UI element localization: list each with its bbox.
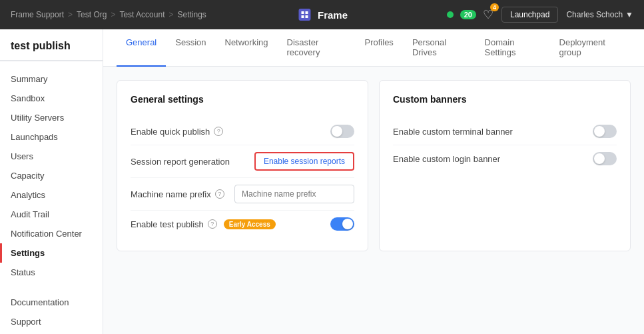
custom-banners-title: Custom banners [393,94,617,105]
sidebar-item-documentation[interactable]: Documentation [0,293,103,312]
sidebar-item-users[interactable]: Users [0,147,103,166]
tab-networking[interactable]: Networking [216,29,278,67]
user-name-label: Charles Schoch [566,10,623,19]
sidebar-item-status[interactable]: Status [0,263,103,282]
sidebar-version: 2.108.4 [0,331,103,334]
machine-name-prefix-label: Machine name prefix ? [131,189,224,199]
notification-bell-area[interactable]: ♡ 4 [483,7,493,22]
header-right: 20 ♡ 4 Launchpad Charles Schoch ▼ [447,7,633,23]
header: Frame Support > Test Org > Test Account … [0,0,644,29]
breadcrumb-settings[interactable]: Settings [178,10,206,19]
tab-session[interactable]: Session [166,29,215,67]
test-publish-help-icon[interactable]: ? [208,219,217,229]
tab-domain-settings[interactable]: Domain Settings [476,29,550,67]
sidebar-item-summary[interactable]: Summary [0,69,103,89]
sidebar-item-notification-center[interactable]: Notification Center [0,224,103,243]
tab-deployment-group[interactable]: Deployment group [550,29,631,67]
sidebar-app-name: test publish [0,40,103,61]
custom-banners-panel: Custom banners Enable custom terminal ba… [379,80,631,251]
svg-rect-4 [305,15,308,18]
status-count-badge: 20 [460,10,476,19]
enable-test-publish-row: Enable test publish ? Early Access [131,211,354,237]
general-settings-panel: General settings Enable quick publish ? … [117,80,368,251]
quick-publish-toggle[interactable] [330,125,354,138]
launchpad-button[interactable]: Launchpad [501,7,558,23]
status-badge-area[interactable]: 20 [460,10,476,19]
enable-test-publish-label: Enable test publish ? Early Access [131,219,276,229]
svg-rect-1 [301,11,304,14]
sidebar-item-launchpads[interactable]: Launchpads [0,127,103,147]
test-publish-toggle[interactable] [330,217,354,231]
app-logo-area: Frame [296,7,348,23]
early-access-badge: Early Access [224,219,276,229]
enable-quick-publish-label: Enable quick publish ? [131,127,223,137]
session-report-label: Session report generation [131,157,230,167]
app-layout: test publish Summary Sandbox Utility Ser… [0,29,644,334]
sidebar-item-sandbox[interactable]: Sandbox [0,89,103,108]
enable-custom-terminal-banner-row: Enable custom terminal banner [393,118,617,145]
machine-name-prefix-row: Machine name prefix ? [131,178,354,211]
sidebar-item-support[interactable]: Support [0,312,103,331]
svg-rect-2 [305,11,308,14]
custom-login-banner-toggle[interactable] [593,152,617,165]
main-content: General Session Networking Disaster reco… [103,29,644,334]
sidebar-item-settings[interactable]: Settings [0,243,103,263]
session-report-generation-row: Session report generation Enable session… [131,145,354,178]
enable-quick-publish-row: Enable quick publish ? [131,118,354,145]
notification-count-badge: 4 [490,3,499,11]
sidebar-item-audit-trail[interactable]: Audit Trail [0,205,103,224]
general-settings-title: General settings [131,94,354,105]
enable-session-reports-button[interactable]: Enable session reports [254,152,354,171]
sidebar: test publish Summary Sandbox Utility Ser… [0,29,103,334]
breadcrumb-test-account[interactable]: Test Account [119,10,164,19]
tab-general[interactable]: General [117,29,166,67]
custom-terminal-banner-toggle[interactable] [593,125,617,138]
sidebar-item-utility-servers[interactable]: Utility Servers [0,108,103,127]
quick-publish-help-icon[interactable]: ? [214,127,223,136]
machine-name-prefix-input[interactable] [234,185,354,203]
enable-custom-terminal-banner-label: Enable custom terminal banner [393,127,513,137]
sidebar-item-analytics[interactable]: Analytics [0,185,103,205]
chevron-down-icon: ▼ [625,10,633,19]
app-title: Frame [318,9,348,21]
enable-custom-login-banner-label: Enable custom login banner [393,154,500,164]
svg-rect-0 [298,9,310,21]
tabs: General Session Networking Disaster reco… [103,29,644,67]
svg-rect-3 [301,15,304,18]
header-icons: 20 ♡ 4 [447,7,493,22]
status-indicator [447,11,454,18]
enable-custom-login-banner-row: Enable custom login banner [393,145,617,172]
panels: General settings Enable quick publish ? … [103,67,644,265]
frame-logo-icon [296,7,312,23]
breadcrumb-frame-support[interactable]: Frame Support [11,10,64,19]
tab-disaster-recovery[interactable]: Disaster recovery [278,29,356,67]
machine-name-help-icon[interactable]: ? [215,189,224,199]
breadcrumb-test-org[interactable]: Test Org [77,10,107,19]
tab-profiles[interactable]: Profiles [356,29,403,67]
sidebar-item-capacity[interactable]: Capacity [0,166,103,185]
tab-personal-drives[interactable]: Personal Drives [403,29,476,67]
user-menu[interactable]: Charles Schoch ▼ [566,10,633,19]
breadcrumb: Frame Support > Test Org > Test Account … [11,10,206,19]
